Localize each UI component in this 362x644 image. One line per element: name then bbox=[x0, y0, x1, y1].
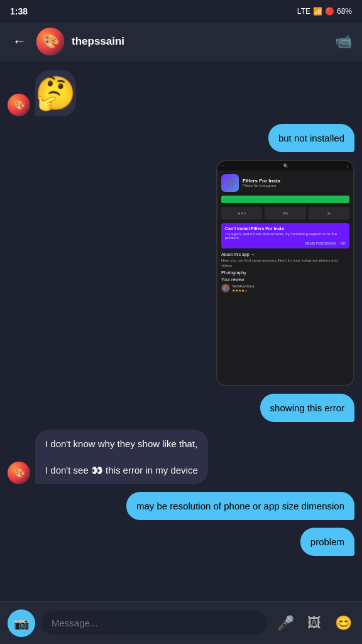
video-call-button[interactable]: 📹 bbox=[335, 33, 352, 50]
sticker-button[interactable]: 😊 bbox=[332, 612, 354, 635]
play-reviewer-info: SikhiKamtura ★★★★☆ bbox=[232, 284, 255, 292]
play-content: 🎵 Filters For Insta Filters for Instagra… bbox=[217, 170, 353, 385]
bubble-problem: problem bbox=[300, 528, 354, 556]
avatar: 🎨 bbox=[8, 94, 30, 116]
play-app-name: Filters For Insta bbox=[243, 178, 349, 184]
play-feedback-btn: SEND FEEDBACK bbox=[305, 242, 337, 245]
avatar-image: 🎨 bbox=[36, 28, 64, 55]
play-app-info: Filters For Insta Filters for Instagram bbox=[243, 178, 349, 187]
play-search-icon: 🔍 bbox=[283, 164, 288, 168]
play-app-row: 🎵 Filters For Insta Filters for Instagra… bbox=[221, 174, 349, 192]
play-app-icon: 🎵 bbox=[221, 174, 239, 192]
bubble-showing-error: showing this error bbox=[260, 394, 354, 422]
play-stat-1: ★ 4.0 bbox=[221, 207, 262, 219]
battery-level: 68% bbox=[337, 7, 352, 16]
bubble-dont-know: I don't know why they show like that, I … bbox=[35, 430, 208, 484]
play-review-title: Your review bbox=[221, 277, 349, 282]
play-category: Photography bbox=[221, 270, 349, 275]
play-review-row: 👤 SikhiKamtura ★★★★☆ bbox=[221, 284, 349, 292]
bubble-resolution: may be resolution of phone or app size d… bbox=[126, 492, 354, 520]
camera-icon: 📷 bbox=[14, 616, 30, 631]
play-install-btn bbox=[221, 196, 349, 203]
status-time: 1:38 bbox=[10, 6, 28, 16]
signal-icon: 📶 bbox=[313, 7, 322, 16]
play-menu-icon: ⋮ bbox=[346, 164, 349, 168]
message-row: 🎨 🤔 bbox=[8, 70, 354, 116]
avatar: 🎨 bbox=[8, 462, 30, 484]
play-reviewer-avatar: 👤 bbox=[221, 284, 230, 292]
message-row: but not installed bbox=[8, 124, 354, 152]
message-row: 🎨 I don't know why they show like that, … bbox=[8, 430, 354, 484]
back-button[interactable]: ← bbox=[10, 31, 29, 52]
message-row: showing this error bbox=[8, 394, 354, 422]
chat-area: 🎨 🤔 but not installed ← 🔍 ⋮ 🎵 Filters Fo… bbox=[0, 60, 362, 624]
play-stat-3: 3+ bbox=[309, 207, 349, 219]
play-about-text: Here you can find some amazing filters f… bbox=[221, 258, 349, 269]
play-reviewer-name: SikhiKamtura bbox=[232, 284, 255, 288]
play-stats-row: ★ 4.0 1M+ 3+ bbox=[221, 207, 349, 219]
play-topbar: ← 🔍 ⋮ bbox=[217, 161, 353, 170]
bubble-emoji: 🤔 bbox=[35, 70, 76, 116]
input-bar: 📷 🎤 🖼 😊 bbox=[0, 601, 362, 644]
screenshot-bubble: ← 🔍 ⋮ 🎵 Filters For Insta Filters for In… bbox=[216, 160, 354, 386]
play-error-box: Can't install Filters For Insta Try agai… bbox=[221, 223, 349, 248]
battery-warning-icon: 🔴 bbox=[325, 7, 334, 16]
play-back-icon: ← bbox=[221, 164, 225, 167]
play-screen: ← 🔍 ⋮ 🎵 Filters For Insta Filters for In… bbox=[217, 161, 353, 385]
contact-name[interactable]: thepssaini bbox=[72, 35, 327, 48]
play-error-actions: SEND FEEDBACK OK bbox=[225, 242, 346, 245]
message-input[interactable] bbox=[41, 611, 268, 635]
gallery-icon: 🖼 bbox=[307, 615, 321, 631]
message-row: may be resolution of phone or app size d… bbox=[8, 492, 354, 520]
contact-avatar[interactable]: 🎨 bbox=[36, 28, 64, 55]
message-row: problem bbox=[8, 528, 354, 556]
network-indicator: LTE bbox=[297, 7, 310, 16]
message-row-screenshot: ← 🔍 ⋮ 🎵 Filters For Insta Filters for In… bbox=[8, 160, 354, 386]
mic-icon: 🎤 bbox=[277, 615, 294, 631]
sticker-icon: 😊 bbox=[335, 615, 352, 631]
play-app-sub: Filters for Instagram bbox=[243, 184, 349, 187]
play-stat-2: 1M+ bbox=[265, 207, 305, 219]
play-about-title: About this app → bbox=[221, 252, 349, 257]
camera-button[interactable]: 📷 bbox=[8, 609, 35, 637]
mic-button[interactable]: 🎤 bbox=[274, 612, 297, 635]
status-bar: 1:38 LTE 📶 🔴 68% bbox=[0, 0, 362, 23]
play-error-title: Can't install Filters For Insta bbox=[225, 226, 346, 231]
bubble-but-not-installed: but not installed bbox=[268, 124, 354, 152]
gallery-button[interactable]: 🖼 bbox=[303, 612, 326, 635]
play-ok-btn: OK bbox=[340, 242, 346, 245]
status-icons: LTE 📶 🔴 68% bbox=[297, 7, 352, 16]
play-error-sub: Try again, and if it still doesn't work,… bbox=[225, 232, 346, 240]
chat-header: ← 🎨 thepssaini 📹 bbox=[0, 23, 362, 60]
play-reviewer-stars: ★★★★☆ bbox=[232, 288, 255, 292]
